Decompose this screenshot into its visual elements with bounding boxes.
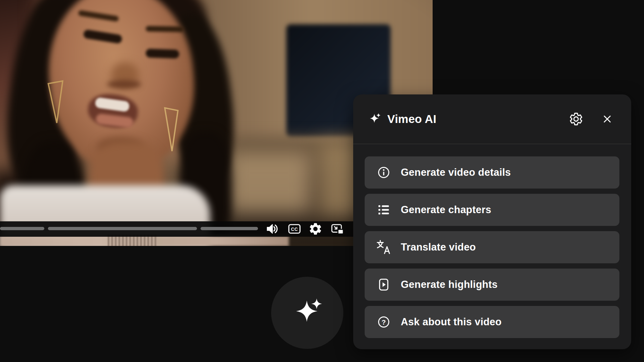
close-panel-button[interactable] <box>602 113 613 125</box>
panel-title: Vimeo AI <box>387 112 569 126</box>
menu-item-label: Generate chapters <box>401 204 491 216</box>
player-settings-button[interactable] <box>308 222 323 236</box>
volume-button[interactable] <box>265 222 279 236</box>
close-icon <box>602 113 613 125</box>
captions-icon: CC <box>287 222 302 236</box>
menu-item-generate-highlights[interactable]: Generate highlights <box>365 269 619 301</box>
vimeo-ai-panel: Vimeo AI <box>353 94 631 349</box>
menu-item-label: Generate highlights <box>401 279 498 291</box>
ai-assistant-fab[interactable] <box>271 277 343 349</box>
progress-segment[interactable] <box>48 227 197 230</box>
menu-item-translate-video[interactable]: Translate video <box>365 231 619 263</box>
question-icon: ? <box>376 314 392 330</box>
ai-settings-button[interactable] <box>569 112 583 126</box>
menu-item-generate-chapters[interactable]: Generate chapters <box>365 194 619 226</box>
svg-text:?: ? <box>382 318 386 326</box>
captions-label: CC <box>291 227 298 232</box>
vimeo-ai-panel-header: Vimeo AI <box>353 94 631 144</box>
info-icon <box>376 165 392 180</box>
menu-item-ask-about-video[interactable]: ? Ask about this video <box>365 306 619 338</box>
settings-icon <box>308 222 323 236</box>
ai-actions-menu: Generate video details Generate chapters <box>353 144 631 338</box>
progress-segment[interactable] <box>0 227 44 230</box>
translate-icon <box>376 239 392 255</box>
list-icon <box>376 202 392 218</box>
menu-item-generate-video-details[interactable]: Generate video details <box>365 156 619 189</box>
sparkle-icon <box>368 112 381 126</box>
sparkle-icon <box>291 296 324 329</box>
pip-icon <box>331 222 345 236</box>
gear-icon <box>569 112 583 126</box>
menu-item-label: Translate video <box>401 241 476 253</box>
vimeo-player-page: CC <box>0 0 644 362</box>
volume-icon <box>265 222 279 236</box>
progress-segment[interactable] <box>201 227 258 230</box>
menu-item-label: Ask about this video <box>401 316 502 328</box>
video-progress-bar[interactable] <box>0 227 259 230</box>
highlights-icon <box>376 277 392 292</box>
menu-item-label: Generate video details <box>401 167 511 178</box>
captions-button[interactable]: CC <box>287 222 302 236</box>
pip-button[interactable] <box>331 222 345 236</box>
